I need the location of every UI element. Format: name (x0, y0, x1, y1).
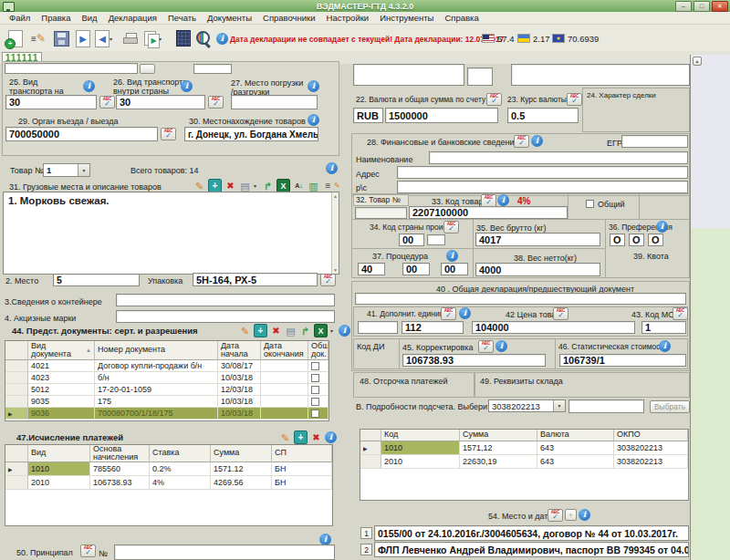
calculator-icon[interactable] (173, 28, 193, 48)
print-icon[interactable] (120, 28, 141, 48)
cell[interactable]: 9035 (28, 396, 95, 408)
field-30-info-icon[interactable]: i (308, 114, 319, 126)
notes-icon[interactable]: ≡ (322, 180, 334, 192)
field-25-input[interactable]: 30 (5, 95, 97, 109)
column-header[interactable]: Сумма (460, 430, 537, 441)
field-22-spellcheck-icon[interactable]: ABC✓ (486, 93, 502, 106)
delete-icon[interactable]: ✖ (224, 180, 236, 192)
cell[interactable]: 22630,19 (460, 455, 537, 469)
add-icon[interactable]: + (208, 179, 222, 192)
field-43-spellcheck-icon[interactable]: ABC✓ (673, 307, 688, 320)
name-input[interactable] (429, 151, 688, 164)
field-37-info-icon[interactable]: i (446, 250, 458, 262)
cell[interactable]: 4021 (28, 360, 95, 372)
column-header[interactable]: Код (381, 430, 460, 441)
item-number-spinner[interactable]: 1▼ (43, 163, 90, 177)
column-header[interactable]: Общ. док. (308, 341, 328, 360)
mos-code-input[interactable]: 1 (641, 321, 686, 334)
column-header[interactable]: Валюта (537, 430, 614, 441)
packing-spellcheck-icon[interactable]: ABC✓ (320, 274, 336, 286)
back-arrow-icon[interactable]: ◀ ▾ (95, 28, 115, 48)
field-34-extra-input[interactable] (427, 234, 445, 245)
column-header[interactable]: Ставка (150, 445, 211, 462)
correction-input[interactable]: 106738.93 (402, 354, 546, 367)
paste-icon[interactable]: ▤ (239, 180, 251, 192)
packing-input[interactable]: 5Н-164, РХ-5 (193, 273, 318, 286)
menu-help[interactable]: Справка (439, 13, 484, 23)
cell[interactable]: 17-20-01-1059 (95, 384, 218, 396)
clipped-top-button[interactable] (140, 64, 155, 74)
delete-icon[interactable]: ✖ (270, 325, 282, 337)
currency-code-input[interactable]: RUB (353, 108, 383, 123)
cell[interactable]: 0.2% (150, 462, 211, 476)
edit-list-icon[interactable]: ≡✎ (28, 28, 48, 48)
cell[interactable]: 1571.12 (211, 462, 272, 476)
cell[interactable]: 10/03/18 (218, 372, 261, 384)
goods-info-icon[interactable]: i (326, 162, 338, 174)
field-40-input[interactable] (355, 293, 686, 305)
cell[interactable] (261, 360, 308, 372)
excel-caret-icon[interactable]: ▾ (330, 327, 336, 334)
place-date-line-2[interactable]: ФЛП Левченко Андрей Владимирович, паспор… (374, 542, 689, 557)
cell[interactable]: 5012 (28, 384, 95, 396)
checkbox-cell[interactable] (308, 384, 328, 396)
maximize-button[interactable]: □ (694, 1, 710, 12)
checkbox-cell[interactable] (308, 360, 328, 372)
field-42-spellcheck-icon[interactable]: ABC✓ (553, 307, 568, 320)
field-3-input[interactable] (116, 294, 335, 306)
edit-icon[interactable]: ✎ (193, 180, 205, 192)
column-header[interactable]: ОКПО (614, 430, 688, 441)
column-header[interactable]: Дата начала (218, 341, 261, 360)
column-header[interactable]: Основа начисления (90, 445, 150, 462)
cell[interactable]: 643 (537, 455, 614, 469)
field-29-input[interactable]: 700050000 (5, 127, 158, 141)
cell[interactable]: 4023 (28, 372, 95, 384)
procedure-input-3[interactable]: 00 (441, 263, 468, 275)
field-30-input[interactable]: г. Донецк, ул. Богдана Хмель (184, 127, 318, 141)
description-scrollbar[interactable]: ▲▼ (331, 192, 339, 274)
cell[interactable]: 106738.93 (90, 476, 150, 490)
minimize-button[interactable]: – (675, 1, 692, 12)
cell[interactable] (261, 408, 308, 420)
place-date-line-1[interactable]: 0155/00 от 24.10.2016г./3004605634, дого… (374, 525, 689, 541)
menu-edit[interactable]: Правка (36, 13, 76, 23)
field-41-spellcheck-icon[interactable]: ABC✓ (441, 307, 456, 320)
okpo-dropdown[interactable]: 3038202213▼ (488, 399, 566, 412)
field-50-input[interactable] (114, 544, 335, 560)
cell[interactable]: 3038202213 (614, 441, 688, 455)
field-33-spellcheck-icon[interactable]: ABC✓ (481, 194, 496, 207)
preference-input-2[interactable]: О (629, 233, 644, 246)
goods-description-textarea[interactable]: 1. Морковь свежая. (3, 192, 339, 275)
field-41-input[interactable]: 112 (402, 321, 464, 334)
field-2-input[interactable]: 5 (53, 274, 140, 286)
menu-references[interactable]: Справочники (257, 13, 321, 23)
clipped-top-field[interactable] (5, 63, 138, 74)
cell[interactable]: 4269.56 (211, 476, 272, 490)
cell[interactable] (261, 372, 308, 384)
preference-input-1[interactable]: О (610, 233, 625, 246)
cell[interactable]: 10/03/18 (218, 408, 261, 420)
edit-icon[interactable]: ✎ (239, 325, 251, 337)
cell[interactable]: 1010 (28, 462, 90, 476)
common-checkbox[interactable] (586, 200, 594, 208)
checkbox-cell[interactable] (308, 396, 328, 408)
field-23-spellcheck-icon[interactable]: ABC✓ (567, 93, 582, 106)
title-bar[interactable]: ВЭДМАСТЕР-ГТД 4.3.2.0 – □ ✕ (0, 0, 730, 12)
field-25-info-icon[interactable]: i (83, 80, 95, 92)
cell[interactable]: 643 (537, 441, 614, 455)
cell[interactable] (261, 384, 308, 396)
stat-value-input[interactable]: 106739/1 (559, 354, 686, 367)
field-4-input[interactable] (116, 310, 335, 323)
excel-icon[interactable]: X (276, 179, 290, 192)
edit-icon[interactable]: ✎ (279, 431, 291, 443)
address-input[interactable] (397, 166, 688, 179)
sort-icon[interactable]: А↓ (293, 180, 305, 192)
clipped-right-field-1[interactable] (353, 64, 464, 86)
field-45-spellcheck-icon[interactable]: ABC✓ (478, 340, 494, 353)
grid-icon[interactable]: ▥ (308, 180, 319, 192)
excel-icon[interactable]: X (314, 324, 328, 337)
cell[interactable]: 1010 (381, 441, 460, 455)
cell[interactable]: 9036 (28, 408, 95, 420)
cell[interactable]: 4% (150, 476, 211, 490)
export-icon[interactable]: ↱ (262, 180, 274, 192)
